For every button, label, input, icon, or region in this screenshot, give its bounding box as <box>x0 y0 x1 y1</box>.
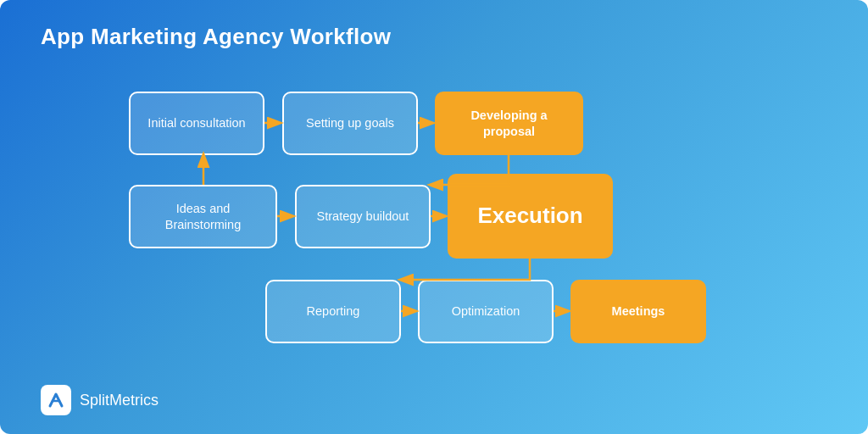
logo-icon <box>41 385 71 415</box>
box-developing-proposal: Developing a proposal <box>435 92 583 155</box>
logo-text: SplitMetrics <box>80 392 159 409</box>
box-reporting: Reporting <box>265 280 401 343</box>
canvas: App Marketing Agency Workflow Initial co… <box>0 0 868 434</box>
box-ideas-brainstorming: Ideas and Brainstorming <box>129 185 277 248</box>
box-optimization: Optimization <box>418 280 554 343</box>
box-strategy-buildout: Strategy buildout <box>295 185 431 248</box>
splitmetrics-icon <box>47 391 65 409</box>
page-title: App Marketing Agency Workflow <box>41 24 391 50</box>
box-setting-up-goals: Setting up goals <box>282 92 418 155</box>
logo-area: SplitMetrics <box>41 385 159 415</box>
box-meetings: Meetings <box>570 280 706 343</box>
box-execution: Execution <box>448 174 613 259</box>
box-initial-consultation: Initial consultation <box>129 92 264 155</box>
